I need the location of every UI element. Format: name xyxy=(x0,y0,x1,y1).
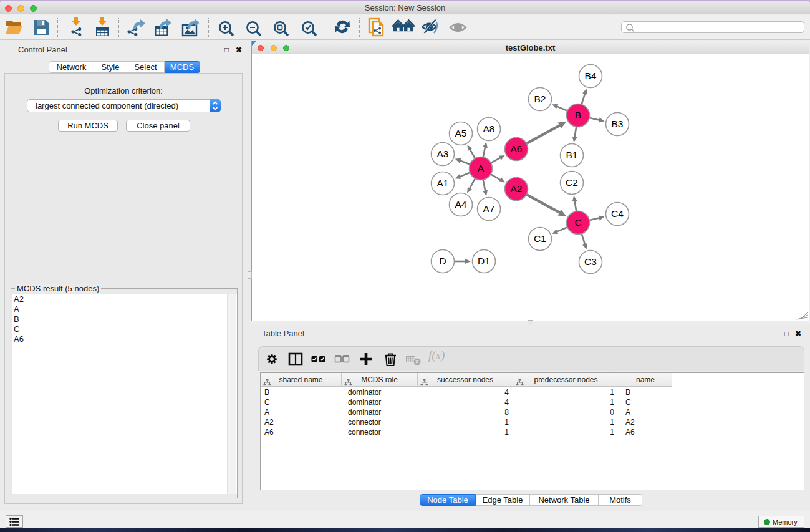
svg-text:A4: A4 xyxy=(455,199,467,210)
svg-text:C3: C3 xyxy=(584,256,597,267)
svg-text:B1: B1 xyxy=(566,150,578,160)
svg-text:A6: A6 xyxy=(511,143,523,154)
svg-text:C2: C2 xyxy=(566,177,578,188)
svg-text:A8: A8 xyxy=(483,123,495,134)
svg-text:D: D xyxy=(439,256,446,266)
svg-text:C: C xyxy=(574,217,581,228)
svg-text:A: A xyxy=(478,163,485,173)
svg-text:B2: B2 xyxy=(534,94,546,104)
svg-text:A5: A5 xyxy=(455,128,467,138)
svg-text:A2: A2 xyxy=(511,183,523,194)
svg-text:A3: A3 xyxy=(437,148,449,159)
svg-text:B3: B3 xyxy=(612,118,624,129)
svg-text:B: B xyxy=(575,110,581,120)
svg-text:C4: C4 xyxy=(611,208,624,219)
svg-text:C1: C1 xyxy=(534,233,546,244)
svg-text:A1: A1 xyxy=(437,178,449,188)
svg-text:A7: A7 xyxy=(483,203,495,214)
svg-text:B4: B4 xyxy=(585,70,597,81)
svg-text:D1: D1 xyxy=(478,256,490,266)
